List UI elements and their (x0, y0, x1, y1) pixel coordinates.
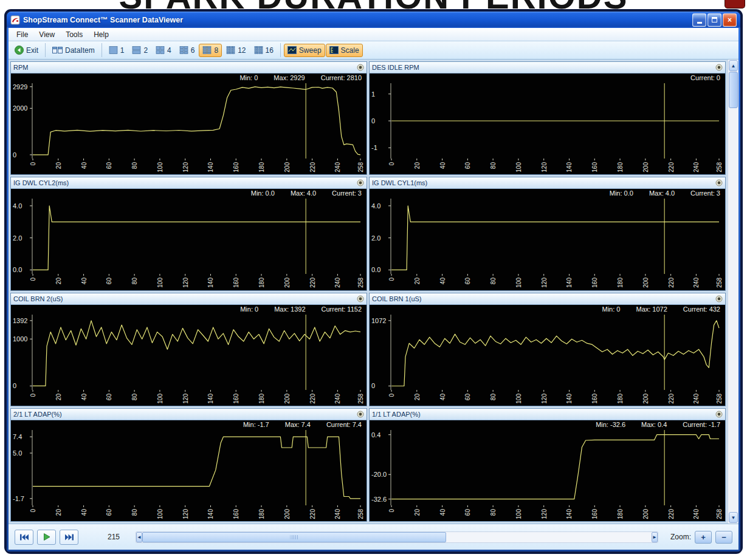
window-content: File View Tools Help Exit (9, 28, 738, 550)
layout-button-6[interactable]: 6 (176, 44, 199, 57)
svg-text:240: 240 (693, 393, 700, 403)
svg-text:20: 20 (55, 162, 62, 169)
menu-help[interactable]: Help (88, 29, 114, 40)
layout-button-4[interactable]: 4 (152, 44, 175, 57)
svg-text:0: 0 (388, 508, 395, 512)
scroll-up-button[interactable]: ▲ (729, 60, 738, 71)
zoom-out-button[interactable]: − (715, 531, 732, 544)
menu-file[interactable]: File (11, 29, 33, 40)
minimize-button[interactable] (692, 13, 706, 27)
record-indicator-icon[interactable] (357, 179, 364, 186)
svg-text:140: 140 (207, 278, 214, 288)
record-indicator-icon[interactable] (715, 179, 723, 186)
app-icon (10, 15, 20, 25)
vertical-scroll-thumb[interactable] (729, 72, 738, 108)
svg-text:80: 80 (490, 508, 497, 516)
svg-text:140: 140 (207, 508, 214, 519)
svg-text:220: 220 (309, 393, 316, 403)
scroll-left-button[interactable]: ◄ (136, 532, 142, 542)
svg-text:140: 140 (566, 393, 573, 403)
scale-icon (329, 46, 339, 54)
grid-icon (202, 46, 212, 54)
svg-text:40: 40 (439, 508, 446, 516)
step-back-icon (19, 534, 29, 541)
svg-text:40: 40 (439, 278, 446, 285)
stat-min: Min: -1.7 (243, 421, 269, 428)
plot-canvas[interactable]: 1072002040608010012014016018020022024025… (370, 305, 725, 406)
svg-text:0.0: 0.0 (371, 267, 380, 274)
record-indicator-icon[interactable] (715, 411, 723, 418)
plot-canvas[interactable]: 2929200000204060801001201401601802002202… (11, 73, 367, 174)
svg-text:4.0: 4.0 (371, 202, 380, 210)
dataitem-button[interactable]: DataItem (49, 44, 98, 57)
svg-text:0: 0 (388, 278, 395, 281)
svg-text:240: 240 (334, 508, 341, 519)
stat-current: Current: 1152 (322, 306, 362, 313)
title-bar[interactable]: ShopStream Connect™ Scanner DataViewer × (7, 12, 740, 28)
record-indicator-icon[interactable] (357, 411, 364, 418)
layout-button-16[interactable]: 16 (250, 44, 277, 57)
dataitem-label: DataItem (65, 46, 95, 55)
record-indicator-icon[interactable] (715, 64, 723, 71)
zoom-in-button[interactable]: + (695, 531, 712, 544)
close-button[interactable]: × (723, 13, 737, 27)
layout-button-12[interactable]: 12 (222, 44, 249, 57)
horizontal-scroll-thumb[interactable] (142, 532, 446, 542)
svg-text:100: 100 (157, 508, 164, 519)
stat-min: Min: 0 (240, 306, 258, 313)
svg-text:60: 60 (106, 508, 112, 516)
play-button[interactable] (37, 530, 56, 545)
plot-area: Min: 0Max: 1072Current: 432 107200204060… (370, 305, 725, 406)
minimize-icon (697, 22, 702, 24)
chart-panel-des-idle-rpm: DES IDLE RPM Current: 0 10-1020406080100… (369, 61, 726, 175)
layout-button-2[interactable]: 2 (128, 44, 151, 57)
horizontal-scroll-track[interactable] (446, 532, 652, 542)
exit-button[interactable]: Exit (11, 43, 42, 57)
plot-canvas[interactable]: 4.02.00.00204060801001201401601802002202… (11, 189, 367, 290)
stat-max: Max: 2929 (274, 74, 305, 81)
svg-text:0: 0 (371, 382, 375, 389)
svg-text:40: 40 (439, 393, 446, 400)
horizontal-scrollbar[interactable]: ◄ ► (136, 531, 658, 543)
stat-min: Min: 0.0 (610, 190, 633, 197)
scroll-down-button[interactable]: ▼ (729, 512, 738, 523)
stat-max: Max: 1072 (636, 306, 667, 313)
plot-canvas[interactable]: 7.45.0-1.7020406080100120140160180200220… (11, 420, 367, 521)
svg-text:60: 60 (464, 278, 471, 285)
record-indicator-icon[interactable] (357, 64, 364, 71)
stat-max: Max: 4.0 (649, 190, 675, 197)
step-forward-icon (64, 534, 74, 541)
svg-text:0: 0 (30, 162, 36, 166)
record-indicator-icon[interactable] (357, 295, 364, 302)
vertical-scroll-track[interactable] (728, 108, 738, 511)
plot-canvas[interactable]: 0.4-20.0-32.6020406080100120140160180200… (370, 420, 725, 521)
svg-text:40: 40 (81, 393, 88, 400)
layout-button-8[interactable]: 8 (199, 44, 222, 57)
record-indicator-icon[interactable] (715, 295, 723, 302)
zoom-label: Zoom: (670, 533, 691, 541)
plot-canvas[interactable]: 1392100000204060801001201401601802002202… (11, 305, 367, 406)
step-forward-button[interactable] (60, 530, 78, 545)
grid-icon (132, 46, 141, 54)
svg-text:2.0: 2.0 (371, 234, 380, 242)
svg-text:80: 80 (490, 278, 497, 285)
svg-text:80: 80 (490, 162, 497, 169)
menu-tools[interactable]: Tools (60, 29, 88, 40)
stat-min: Min: 0 (239, 74, 258, 81)
chart-panel-coil-brn-2-us: COIL BRN 2(uS) Min: 0Max: 1392Current: 1… (10, 293, 367, 406)
step-back-button[interactable] (15, 530, 33, 545)
svg-text:0: 0 (13, 151, 16, 159)
svg-text:1: 1 (371, 90, 375, 98)
svg-text:258: 258 (716, 508, 723, 519)
plot-canvas[interactable]: 4.02.00.00204060801001201401601802002202… (370, 189, 725, 290)
panel-title: COIL BRN 1(uS) (372, 295, 715, 302)
scale-toggle-button[interactable]: Scale (326, 44, 363, 57)
maximize-button[interactable] (707, 13, 721, 27)
layout-button-1[interactable]: 1 (105, 44, 128, 57)
menu-view[interactable]: View (33, 29, 60, 40)
scroll-right-button[interactable]: ► (652, 532, 658, 542)
vertical-scrollbar[interactable]: ▲ ▼ (728, 60, 738, 524)
svg-text:100: 100 (515, 278, 522, 288)
plot-canvas[interactable]: 10-1020406080100120140160180200220240258 (370, 73, 725, 174)
sweep-toggle-button[interactable]: Sweep (284, 44, 325, 57)
